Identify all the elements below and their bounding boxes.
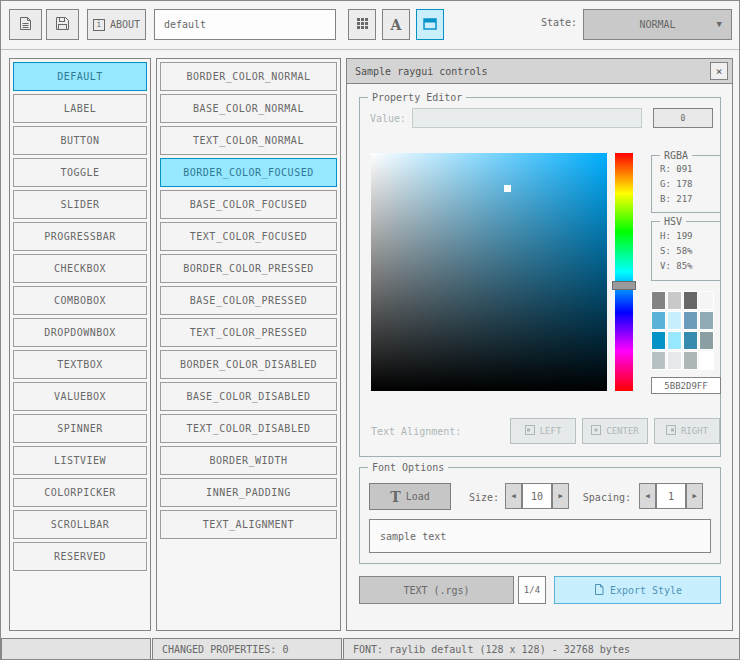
window-titlebar[interactable]: Sample raygui controls ×: [347, 59, 732, 84]
property-item[interactable]: BORDER_COLOR_PRESSED: [160, 254, 337, 283]
palette-swatch[interactable]: [667, 311, 682, 330]
spacing-decrement-button[interactable]: ◀: [639, 483, 656, 509]
palette-swatch[interactable]: [699, 351, 714, 370]
palette-swatch[interactable]: [699, 291, 714, 310]
property-editor-group: Property Editor Value: 0 RGBA R: 091 G: …: [359, 97, 721, 457]
close-icon[interactable]: ×: [710, 62, 728, 80]
property-item[interactable]: BASE_COLOR_DISABLED: [160, 382, 337, 411]
palette-swatch[interactable]: [667, 291, 682, 310]
size-decrement-button[interactable]: ◀: [505, 483, 522, 509]
export-format-button[interactable]: TEXT (.rgs): [359, 576, 514, 604]
property-item[interactable]: TEXT_ALIGNMENT: [160, 510, 337, 539]
palette-swatch[interactable]: [683, 351, 698, 370]
controls-list-item-slider[interactable]: SLIDER: [13, 190, 147, 219]
palette-swatch[interactable]: [683, 331, 698, 350]
property-item[interactable]: INNER_PADDING: [160, 478, 337, 507]
palette-swatch[interactable]: [667, 351, 682, 370]
status-changed-properties: CHANGED PROPERTIES: 0: [152, 638, 342, 660]
size-increment-button[interactable]: ▶: [552, 483, 569, 509]
spinner-right-icon: ▶: [558, 492, 562, 500]
controls-list-item-textbox[interactable]: TEXTBOX: [13, 350, 147, 379]
controls-list-item-combobox[interactable]: COMBOBOX: [13, 286, 147, 315]
property-item[interactable]: BASE_COLOR_FOCUSED: [160, 190, 337, 219]
grid-icon: [356, 17, 369, 32]
export-format-counter-button[interactable]: 1/4: [518, 576, 546, 604]
palette-swatch[interactable]: [683, 291, 698, 310]
controls-list-item-checkbox[interactable]: CHECKBOX: [13, 254, 147, 283]
state-dropdown[interactable]: NORMAL ▼: [583, 9, 732, 40]
property-item[interactable]: TEXT_COLOR_NORMAL: [160, 126, 337, 155]
controls-list-item-button[interactable]: BUTTON: [13, 126, 147, 155]
controls-list-item-spinner[interactable]: SPINNER: [13, 414, 147, 443]
controls-list: DEFAULT LABEL BUTTON TOGGLE SLIDER PROGR…: [9, 58, 151, 631]
hsv-s-value: S: 58%: [660, 246, 693, 256]
color-cursor[interactable]: [504, 185, 511, 192]
palette-swatch[interactable]: [699, 331, 714, 350]
palette-swatch[interactable]: [651, 331, 666, 350]
changed-properties-text: CHANGED PROPERTIES: 0: [162, 644, 288, 655]
hex-value-input[interactable]: 5BB2D9FF: [651, 377, 721, 394]
property-item[interactable]: BASE_COLOR_PRESSED: [160, 286, 337, 315]
align-center-button[interactable]: CENTER: [582, 418, 648, 444]
align-left-icon: [525, 425, 535, 437]
align-right-label: RIGHT: [681, 426, 708, 436]
property-item[interactable]: TEXT_COLOR_DISABLED: [160, 414, 337, 443]
font-spacing-value[interactable]: 1: [656, 483, 686, 509]
font-options-group-label: Font Options: [368, 462, 448, 473]
palette-swatch[interactable]: [667, 331, 682, 350]
controls-list-item-valuebox[interactable]: VALUEBOX: [13, 382, 147, 411]
property-item[interactable]: BASE_COLOR_NORMAL: [160, 94, 337, 123]
property-item[interactable]: TEXT_COLOR_PRESSED: [160, 318, 337, 347]
export-style-button[interactable]: Export Style: [554, 576, 721, 604]
controls-view-button[interactable]: [416, 9, 444, 40]
controls-list-item-scrollbar[interactable]: SCROLLBAR: [13, 510, 147, 539]
controls-list-item-colorpicker[interactable]: COLORPICKER: [13, 478, 147, 507]
property-item[interactable]: BORDER_COLOR_NORMAL: [160, 62, 337, 91]
font-spacing-spinner: ◀ 1 ▶: [639, 483, 703, 509]
hue-bar[interactable]: [615, 153, 633, 391]
controls-list-item-default[interactable]: DEFAULT: [13, 62, 147, 91]
palette-swatch[interactable]: [683, 311, 698, 330]
new-style-button[interactable]: [9, 9, 42, 40]
align-left-button[interactable]: LEFT: [510, 418, 576, 444]
about-button[interactable]: i ABOUT: [87, 9, 146, 40]
controls-list-item-dropdownbox[interactable]: DROPDOWNBOX: [13, 318, 147, 347]
status-left-segment: [1, 638, 151, 660]
align-center-label: CENTER: [606, 426, 639, 436]
color-gradient-panel[interactable]: [371, 153, 607, 391]
save-style-button[interactable]: [46, 9, 79, 40]
property-item[interactable]: TEXT_COLOR_FOCUSED: [160, 222, 337, 251]
value-mode-button[interactable]: 0: [653, 108, 713, 128]
spinner-left-icon: ◀: [645, 492, 649, 500]
font-view-button[interactable]: A: [382, 9, 410, 40]
property-item[interactable]: BORDER_COLOR_DISABLED: [160, 350, 337, 379]
hsv-group: HSV H: 199 S: 58% V: 85%: [651, 221, 721, 281]
font-size-spinner: ◀ 10 ▶: [505, 483, 569, 509]
hsv-group-label: HSV: [660, 216, 686, 227]
font-load-button[interactable]: T Load: [369, 483, 451, 510]
controls-list-item-progressbar[interactable]: PROGRESSBAR: [13, 222, 147, 251]
style-name-input[interactable]: [154, 9, 336, 40]
palette-swatch[interactable]: [651, 311, 666, 330]
palette-swatch[interactable]: [699, 311, 714, 330]
property-item-selected[interactable]: BORDER_COLOR_FOCUSED: [160, 158, 337, 187]
controls-list-item-label[interactable]: LABEL: [13, 94, 147, 123]
window-title: Sample raygui controls: [355, 66, 487, 77]
controls-list-item-reserved[interactable]: RESERVED: [13, 542, 147, 571]
palette-swatch[interactable]: [651, 351, 666, 370]
style-table-button[interactable]: [348, 9, 376, 40]
window-icon: [423, 18, 437, 32]
controls-list-item-toggle[interactable]: TOGGLE: [13, 158, 147, 187]
property-editor-group-label: Property Editor: [368, 92, 466, 103]
palette-swatch[interactable]: [651, 291, 666, 310]
controls-list-item-listview[interactable]: LISTVIEW: [13, 446, 147, 475]
sample-text-input[interactable]: sample text: [369, 519, 711, 553]
spinner-left-icon: ◀: [511, 492, 515, 500]
font-size-value[interactable]: 10: [522, 483, 552, 509]
spacing-increment-button[interactable]: ▶: [686, 483, 703, 509]
rgba-g-value: G: 178: [660, 179, 693, 189]
value-input[interactable]: [412, 108, 642, 128]
property-item[interactable]: BORDER_WIDTH: [160, 446, 337, 475]
align-right-button[interactable]: RIGHT: [654, 418, 720, 444]
hue-slider-handle[interactable]: [612, 281, 636, 290]
